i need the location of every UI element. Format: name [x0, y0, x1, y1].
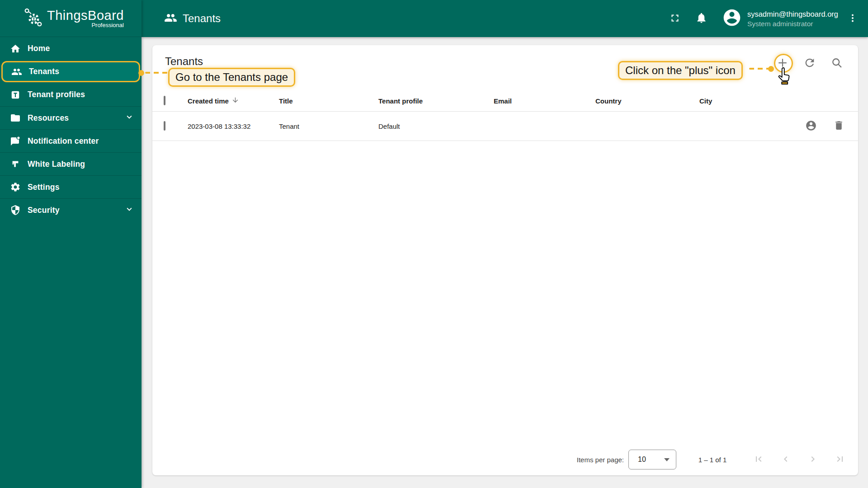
cell-title: Tenant	[279, 122, 378, 130]
column-label: Created time	[188, 97, 229, 105]
delete-tenant-button[interactable]	[833, 120, 844, 133]
sidebar-item-label: Resources	[28, 113, 69, 123]
folder-icon	[10, 113, 21, 123]
shield-icon	[10, 205, 21, 216]
brand-text: ThingsBoard Professional	[47, 8, 124, 28]
select-caret-icon	[664, 458, 670, 461]
user-role: System administrator	[747, 19, 838, 28]
column-label: Tenant profile	[378, 97, 423, 105]
chevron-left-icon	[780, 454, 791, 466]
avatar	[722, 8, 742, 29]
page-range-label: 1 – 1 of 1	[696, 456, 729, 464]
sidebar-nav: Home Tenants Tenant profiles Resources	[0, 37, 142, 221]
sidebar-item-notification-center[interactable]: Notification center	[0, 129, 142, 152]
sidebar-item-label: Tenant profiles	[28, 90, 85, 99]
chevron-down-icon	[124, 112, 134, 124]
column-label: Country	[595, 97, 622, 105]
sidebar-item-settings[interactable]: Settings	[0, 175, 142, 198]
sidebar-item-home[interactable]: Home	[0, 37, 142, 60]
last-page-icon	[835, 454, 845, 466]
refresh-icon	[803, 56, 816, 70]
items-per-page-label: Items per page:	[577, 456, 624, 464]
sidebar-item-security[interactable]: Security	[0, 198, 142, 221]
cell-created-time: 2023-03-08 13:33:32	[188, 122, 279, 130]
sidebar-item-label: Security	[28, 206, 60, 215]
callout-tenants-page: Go to the Tenants page	[168, 68, 295, 87]
sidebar-item-label: Notification center	[28, 136, 99, 146]
last-page-button[interactable]	[835, 454, 845, 465]
refresh-button[interactable]	[802, 55, 818, 71]
column-label: Email	[494, 97, 512, 105]
search-icon	[830, 56, 843, 70]
paginator: Items per page: 10 1 – 1 of 1	[577, 444, 858, 475]
chevron-right-icon	[807, 454, 818, 466]
callout-anchor-dot	[768, 66, 774, 72]
tenants-card: Tenants Created time	[152, 45, 858, 475]
column-header-title[interactable]: Title	[279, 97, 378, 105]
items-per-page-value: 10	[638, 455, 646, 464]
manage-tenant-admins-button[interactable]	[805, 120, 817, 133]
sidebar-item-label: Tenants	[29, 67, 59, 76]
delete-icon	[833, 120, 844, 132]
callout-anchor-dot	[138, 70, 144, 76]
next-page-button[interactable]	[807, 454, 818, 465]
sidebar-item-label: Settings	[28, 183, 60, 192]
sidebar: ThingsBoard Professional Home Tenants	[0, 0, 142, 488]
column-label: City	[699, 97, 712, 105]
column-header-country[interactable]: Country	[595, 97, 699, 105]
column-header-city[interactable]: City	[699, 97, 788, 105]
sort-arrow-down-icon	[231, 96, 239, 105]
search-button[interactable]	[829, 55, 845, 71]
bell-icon	[695, 12, 708, 25]
notifications-button[interactable]	[695, 12, 708, 25]
fullscreen-button[interactable]	[669, 12, 681, 25]
manage-user-icon	[805, 120, 817, 133]
cell-tenant-profile: Default	[378, 122, 494, 130]
notification-icon	[10, 136, 21, 146]
callout-plus-icon: Click on the "plus" icon	[618, 61, 743, 80]
select-all-checkbox[interactable]	[164, 96, 165, 105]
sidebar-item-label: White Labeling	[28, 160, 85, 169]
brand-name: ThingsBoard	[47, 8, 124, 23]
people-icon	[164, 11, 177, 26]
kebab-menu-icon	[847, 13, 858, 25]
sidebar-item-tenants[interactable]: Tenants	[1, 61, 140, 82]
sidebar-item-resources[interactable]: Resources	[0, 106, 142, 129]
user-email: sysadmin@thingsboard.org	[747, 9, 838, 19]
column-header-created-time[interactable]: Created time	[188, 96, 279, 105]
sidebar-item-tenant-profiles[interactable]: Tenant profiles	[0, 83, 142, 106]
brand-logo[interactable]: ThingsBoard Professional	[0, 0, 142, 37]
column-label: Title	[279, 97, 293, 105]
row-actions	[788, 120, 851, 133]
column-header-email[interactable]: Email	[494, 97, 595, 105]
first-page-icon	[753, 454, 764, 466]
sidebar-item-label: Home	[28, 44, 50, 53]
table-row[interactable]: 2023-03-08 13:33:32 Tenant Default	[152, 112, 858, 141]
white-labeling-icon	[10, 159, 21, 169]
user-menu-button[interactable]	[847, 13, 858, 25]
previous-page-button[interactable]	[780, 454, 791, 465]
sidebar-item-white-labeling[interactable]: White Labeling	[0, 152, 142, 175]
top-bar: Tenants sysadmin@thingsboard.org System …	[142, 0, 868, 37]
hand-pointer-cursor	[776, 67, 792, 89]
callout-dashed-line	[145, 72, 168, 74]
thingsboard-app: ThingsBoard Professional Home Tenants	[0, 0, 868, 488]
column-header-tenant-profile[interactable]: Tenant profile	[378, 97, 494, 105]
items-per-page-select[interactable]: 10	[628, 450, 676, 469]
tenant-profile-icon	[10, 89, 21, 100]
page-navigation	[753, 454, 845, 465]
callout-dashed-line	[749, 68, 769, 70]
home-icon	[10, 43, 21, 54]
row-checkbox[interactable]	[164, 121, 165, 131]
user-info: sysadmin@thingsboard.org System administ…	[747, 9, 838, 28]
chevron-down-icon	[124, 204, 134, 216]
people-icon	[11, 66, 22, 77]
page-breadcrumb: Tenants	[164, 11, 221, 26]
table-header-row: Created time Title Tenant profile Email …	[152, 90, 858, 112]
brand-edition: Professional	[91, 22, 124, 28]
thingsboard-logo-icon	[23, 7, 43, 30]
fullscreen-icon	[669, 12, 681, 25]
gear-icon	[10, 182, 21, 192]
first-page-button[interactable]	[753, 454, 764, 465]
page-title: Tenants	[183, 12, 221, 25]
